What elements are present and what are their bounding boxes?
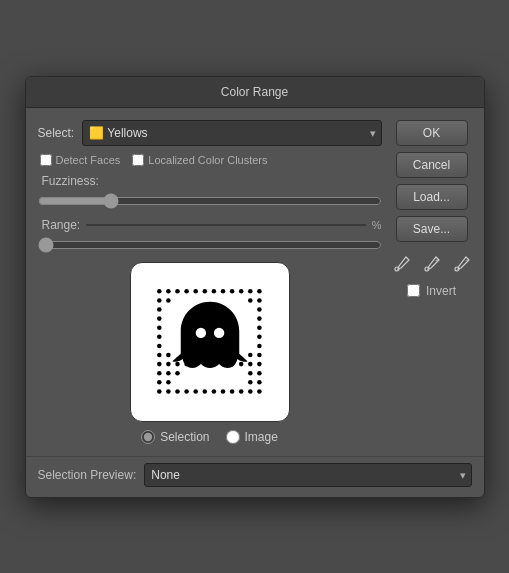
svg-point-57 <box>220 389 225 394</box>
localized-color-clusters-checkbox[interactable] <box>132 154 144 166</box>
svg-point-20 <box>257 316 262 321</box>
svg-point-7 <box>211 289 216 294</box>
svg-point-49 <box>257 380 262 385</box>
dialog-title: Color Range <box>221 85 288 99</box>
svg-point-45 <box>257 370 262 375</box>
svg-point-29 <box>248 352 253 357</box>
preview-image <box>130 262 290 422</box>
invert-label: Invert <box>426 284 456 298</box>
svg-point-13 <box>157 298 162 303</box>
svg-point-48 <box>248 380 253 385</box>
left-panel: Select: ⬜ Reds 🟨 Yellows ⬜ Greens ⬜ Cyan… <box>38 120 382 444</box>
svg-point-26 <box>257 343 262 348</box>
svg-point-9 <box>229 289 234 294</box>
svg-point-62 <box>195 327 205 337</box>
save-button[interactable]: Save... <box>396 216 468 242</box>
detect-faces-label: Detect Faces <box>56 154 121 166</box>
checkboxes-row: Detect Faces Localized Color Clusters <box>40 154 382 166</box>
svg-point-6 <box>202 289 207 294</box>
svg-point-8 <box>220 289 225 294</box>
svg-point-38 <box>238 361 243 366</box>
svg-text:+: + <box>435 257 439 264</box>
svg-point-3 <box>175 289 180 294</box>
selection-preview-select[interactable]: None Grayscale Black Matte White Matte Q… <box>144 463 471 487</box>
svg-point-4 <box>184 289 189 294</box>
svg-point-2 <box>166 289 171 294</box>
svg-point-51 <box>166 389 171 394</box>
svg-point-5 <box>193 289 198 294</box>
image-label: Image <box>245 430 278 444</box>
svg-point-46 <box>157 380 162 385</box>
svg-point-40 <box>257 361 262 366</box>
svg-point-15 <box>257 298 262 303</box>
svg-point-31 <box>157 361 162 366</box>
svg-point-30 <box>257 352 262 357</box>
svg-point-22 <box>257 325 262 330</box>
selection-preview-wrapper: None Grayscale Black Matte White Matte Q… <box>144 463 471 487</box>
cancel-button[interactable]: Cancel <box>396 152 468 178</box>
svg-point-16 <box>248 298 253 303</box>
select-label: Select: <box>38 126 75 140</box>
dialog-body: Select: ⬜ Reds 🟨 Yellows ⬜ Greens ⬜ Cyan… <box>26 108 484 456</box>
eyedropper-button[interactable] <box>390 252 414 276</box>
preview-svg <box>145 277 275 407</box>
svg-point-25 <box>157 343 162 348</box>
svg-point-28 <box>166 352 171 357</box>
range-label-row: Range: % <box>42 218 382 232</box>
range-section: Range: % <box>38 218 382 254</box>
image-radio-item[interactable]: Image <box>226 430 278 444</box>
svg-point-1 <box>157 289 162 294</box>
selection-label: Selection <box>160 430 209 444</box>
svg-point-47 <box>166 380 171 385</box>
svg-point-33 <box>175 361 180 366</box>
svg-point-60 <box>248 389 253 394</box>
right-panel: OK Cancel Load... Save... + <box>390 120 474 444</box>
svg-point-44 <box>248 370 253 375</box>
svg-point-17 <box>157 307 162 312</box>
eyedropper-plus-button[interactable]: + <box>420 252 444 276</box>
svg-point-19 <box>157 316 162 321</box>
load-button[interactable]: Load... <box>396 184 468 210</box>
svg-point-14 <box>166 298 171 303</box>
bottom-row: Selection Preview: None Grayscale Black … <box>26 456 484 497</box>
eyedropper-row: + − <box>390 252 474 276</box>
invert-checkbox[interactable] <box>407 284 420 297</box>
svg-point-39 <box>248 361 253 366</box>
range-percent: % <box>372 219 382 231</box>
svg-point-24 <box>257 334 262 339</box>
color-select[interactable]: ⬜ Reds 🟨 Yellows ⬜ Greens ⬜ Cyans ⬜ Blue… <box>82 120 381 146</box>
localized-color-clusters-label: Localized Color Clusters <box>148 154 267 166</box>
svg-point-53 <box>184 389 189 394</box>
selection-preview-label: Selection Preview: <box>38 468 137 482</box>
fuzziness-slider[interactable] <box>38 192 382 210</box>
svg-point-21 <box>157 325 162 330</box>
detect-faces-checkbox[interactable] <box>40 154 52 166</box>
svg-point-18 <box>257 307 262 312</box>
svg-text:−: − <box>465 257 469 264</box>
ok-button[interactable]: OK <box>396 120 468 146</box>
svg-point-61 <box>257 389 262 394</box>
fuzziness-label: Fuzziness: <box>42 174 382 188</box>
range-label: Range: <box>42 218 81 232</box>
svg-point-55 <box>202 389 207 394</box>
svg-point-56 <box>211 389 216 394</box>
range-slider[interactable] <box>38 236 382 254</box>
detect-faces-checkbox-item[interactable]: Detect Faces <box>40 154 121 166</box>
svg-point-41 <box>157 370 162 375</box>
svg-point-11 <box>248 289 253 294</box>
localized-color-clusters-checkbox-item[interactable]: Localized Color Clusters <box>132 154 267 166</box>
select-row: Select: ⬜ Reds 🟨 Yellows ⬜ Greens ⬜ Cyan… <box>38 120 382 146</box>
invert-row: Invert <box>407 284 456 298</box>
svg-point-12 <box>257 289 262 294</box>
fuzziness-section: Fuzziness: <box>38 174 382 210</box>
color-range-dialog: Color Range Select: ⬜ Reds 🟨 Yellows ⬜ G… <box>25 76 485 498</box>
svg-point-58 <box>229 389 234 394</box>
svg-point-42 <box>166 370 171 375</box>
svg-point-50 <box>157 389 162 394</box>
svg-point-23 <box>157 334 162 339</box>
eyedropper-minus-button[interactable]: − <box>450 252 474 276</box>
svg-point-63 <box>213 327 223 337</box>
selection-radio-item[interactable]: Selection <box>141 430 209 444</box>
image-radio[interactable] <box>226 430 240 444</box>
selection-radio[interactable] <box>141 430 155 444</box>
